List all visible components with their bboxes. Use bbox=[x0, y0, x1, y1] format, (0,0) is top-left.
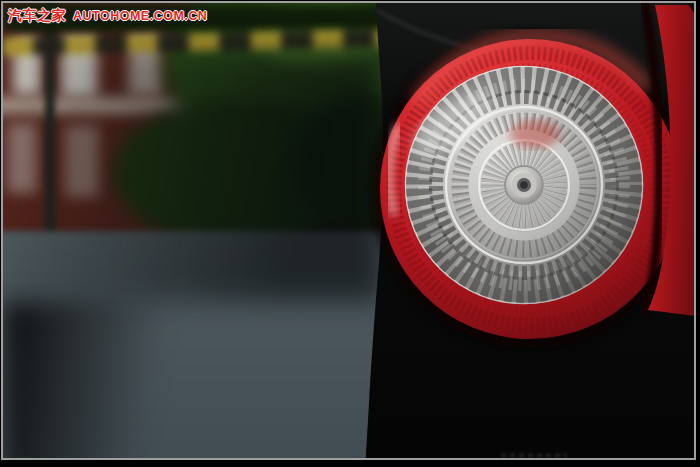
watermark-site-name: 汽车之家 bbox=[8, 7, 66, 23]
watermark: 汽车之家AUTOHOME.COM.CN bbox=[8, 7, 207, 25]
lens-disc bbox=[404, 66, 643, 304]
photograph: 汽车之家AUTOHOME.COM.CN bbox=[1, 1, 696, 460]
faint-scratch-mark bbox=[501, 453, 567, 458]
car-rear-illustration bbox=[3, 3, 696, 460]
watermark-site-url: AUTOHOME.COM.CN bbox=[73, 9, 207, 23]
photo-canvas: 汽车之家AUTOHOME.COM.CN bbox=[0, 0, 700, 467]
